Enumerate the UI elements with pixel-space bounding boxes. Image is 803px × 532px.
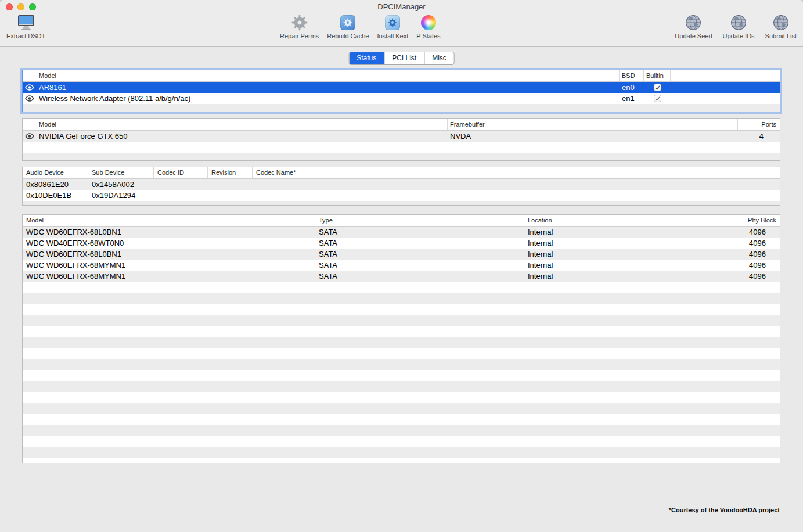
table-row[interactable]: Wireless Network Adapter (802.11 a/b/g/n…	[23, 93, 780, 104]
table-row[interactable]: AR8161 en0	[23, 82, 780, 93]
cell-ports: 4	[738, 131, 780, 142]
tab-bar: Status PCI List Misc	[348, 52, 455, 65]
zoom-button[interactable]	[29, 3, 36, 10]
table-row[interactable]: WDC WD40EFRX-68WT0N0 SATA Internal 4096	[23, 238, 780, 249]
builtin-checkbox[interactable]	[654, 84, 661, 91]
globe-icon	[772, 13, 790, 32]
toolbar: Extract DSDT Repair Perms Rebuild Cache	[0, 13, 803, 46]
cell-model: WDC WD60EFRX-68MYMN1	[23, 271, 315, 282]
globe-icon	[730, 13, 747, 32]
minimize-button[interactable]	[17, 3, 24, 10]
kext-gear-icon	[340, 13, 355, 32]
gear-icon	[291, 13, 308, 32]
toolbar-label: Update IDs	[723, 33, 755, 39]
cell-type: SATA	[315, 227, 524, 238]
visibility-cell	[23, 131, 37, 142]
close-button[interactable]	[6, 3, 13, 10]
cell-audio-device: 0x10DE0E1B	[23, 190, 88, 201]
rebuild-cache-button[interactable]: Rebuild Cache	[324, 13, 372, 40]
titlebar[interactable]: DPCIManager	[0, 0, 803, 13]
table-row[interactable]: WDC WD60EFRX-68L0BN1 SATA Internal 4096	[23, 249, 780, 260]
tab-pci-list[interactable]: PCI List	[384, 52, 424, 64]
window-title: DPCIManager	[0, 0, 803, 14]
column-header-revision[interactable]: Revision	[208, 167, 253, 178]
extract-dsdt-button[interactable]: Extract DSDT	[3, 13, 48, 40]
column-header-ports[interactable]: Ports	[738, 119, 780, 130]
cell-framebuffer: NVDA	[448, 131, 738, 142]
column-header-codec-id[interactable]: Codec ID	[154, 167, 208, 178]
cell-revision	[208, 190, 253, 201]
cell-audio-device: 0x80861E20	[23, 179, 88, 190]
cell-type: SATA	[315, 271, 524, 282]
column-header-sub-device[interactable]: Sub Device	[88, 167, 154, 178]
column-header-type[interactable]: Type	[315, 215, 524, 226]
toolbar-label: Install Kext	[377, 33, 408, 39]
cell-model: Wireless Network Adapter (802.11 a/b/g/n…	[37, 93, 620, 104]
column-header-phy-block[interactable]: Phy Block	[743, 215, 780, 226]
visibility-column-header	[23, 119, 37, 130]
toolbar-label: Repair Perms	[280, 33, 319, 39]
gpu-table-body: NVIDIA GeForce GTX 650 NVDA 4	[23, 131, 780, 160]
cell-blank	[671, 82, 780, 93]
column-header-model[interactable]: Model	[23, 215, 315, 226]
cell-blank	[671, 93, 780, 104]
table-row[interactable]: WDC WD60EFRX-68MYMN1 SATA Internal 4096	[23, 260, 780, 271]
update-ids-button[interactable]: Update IDs	[720, 13, 758, 40]
visibility-column-header	[23, 70, 37, 81]
traffic-lights	[6, 3, 36, 10]
column-header-model[interactable]: Model	[37, 119, 448, 130]
column-header-location[interactable]: Location	[524, 215, 743, 226]
toolbar-group-left: Extract DSDT	[3, 13, 48, 40]
cell-location: Internal	[524, 249, 743, 260]
cell-model: NVIDIA GeForce GTX 650	[37, 131, 448, 142]
tab-misc[interactable]: Misc	[424, 52, 454, 64]
table-row[interactable]: WDC WD60EFRX-68MYMN1 SATA Internal 4096	[23, 271, 780, 282]
gpu-table-header: Model Framebuffer Ports	[23, 119, 780, 131]
disk-table-body: WDC WD60EFRX-68L0BN1 SATA Internal 4096 …	[23, 227, 780, 463]
eye-icon[interactable]	[25, 133, 34, 139]
color-wheel-icon	[421, 13, 436, 32]
globe-icon	[685, 13, 702, 32]
toolbar-label: Submit List	[765, 33, 797, 39]
audio-table-header: Audio Device Sub Device Codec ID Revisio…	[23, 167, 780, 179]
dpcimanager-window: DPCIManager Extract DSDT Repair Perms	[0, 0, 803, 532]
network-table: Model BSD Builtin AR8161 en0	[22, 70, 780, 112]
table-row[interactable]: 0x80861E20 0x1458A002	[23, 179, 780, 190]
network-table-body: AR8161 en0 Wireless Network Adapter (802…	[23, 82, 780, 112]
column-header-model[interactable]: Model	[37, 70, 620, 81]
column-header-audio-device[interactable]: Audio Device	[23, 167, 88, 178]
repair-perms-button[interactable]: Repair Perms	[277, 13, 322, 40]
eye-icon[interactable]	[25, 95, 34, 102]
toolbar-label: Extract DSDT	[6, 33, 45, 39]
toolbar-label: Update Seed	[675, 33, 712, 39]
install-kext-button[interactable]: Install Kext	[374, 13, 411, 40]
cell-location: Internal	[524, 238, 743, 249]
submit-list-button[interactable]: Submit List	[762, 13, 800, 40]
disk-table: Model Type Location Phy Block WDC WD60EF…	[22, 214, 780, 463]
column-header-bsd[interactable]: BSD	[620, 70, 644, 81]
cell-model: WDC WD40EFRX-68WT0N0	[23, 238, 315, 249]
cell-model: WDC WD60EFRX-68MYMN1	[23, 260, 315, 271]
column-header-builtin[interactable]: Builtin	[644, 70, 671, 81]
p-states-button[interactable]: P States	[413, 13, 443, 40]
update-seed-button[interactable]: Update Seed	[672, 13, 715, 40]
table-row[interactable]: 0x10DE0E1B 0x19DA1294	[23, 190, 780, 201]
column-header-codec-name[interactable]: Codec Name*	[253, 167, 780, 178]
column-header-framebuffer[interactable]: Framebuffer	[448, 119, 738, 130]
visibility-cell	[23, 93, 37, 104]
voodoohda-credit-note: *Courtesy of the VoodooHDA project	[669, 506, 780, 513]
display-icon	[16, 13, 36, 32]
table-row[interactable]: NVIDIA GeForce GTX 650 NVDA 4	[23, 131, 780, 142]
builtin-checkbox[interactable]	[654, 95, 661, 102]
main-content: Status PCI List Misc Model BSD Builtin A…	[0, 47, 803, 532]
audio-table-body: 0x80861E20 0x1458A002 0x10DE0E1B 0x19DA1…	[23, 179, 780, 205]
table-row[interactable]: WDC WD60EFRX-68L0BN1 SATA Internal 4096	[23, 227, 780, 238]
cell-model: AR8161	[37, 82, 620, 93]
tab-status[interactable]: Status	[349, 52, 384, 64]
cell-type: SATA	[315, 260, 524, 271]
cell-type: SATA	[315, 249, 524, 260]
eye-icon[interactable]	[25, 84, 34, 91]
network-table-header: Model BSD Builtin	[23, 70, 780, 82]
toolbar-label: Rebuild Cache	[327, 33, 369, 39]
cell-codec-id	[154, 179, 208, 190]
